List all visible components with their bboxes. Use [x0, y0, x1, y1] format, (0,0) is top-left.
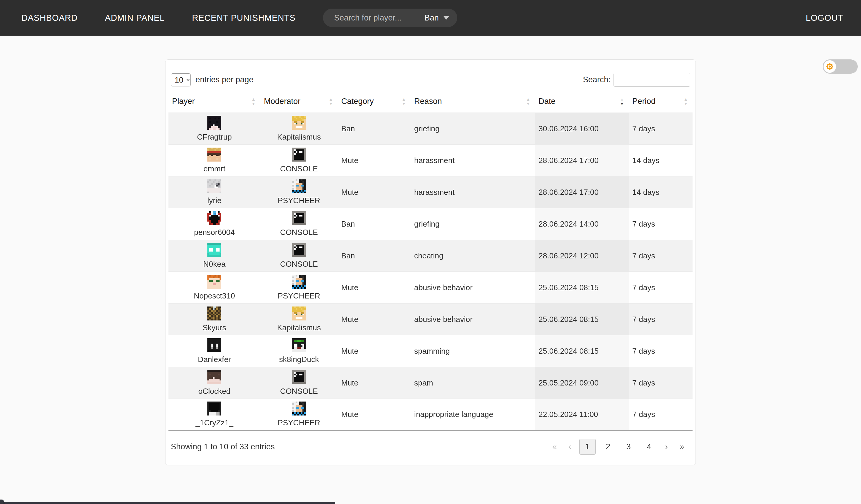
- player-cell[interactable]: Danlexfer: [172, 338, 257, 364]
- period-cell: 7 days: [629, 272, 693, 304]
- period-cell: 7 days: [629, 335, 693, 367]
- table-footer: Showing 1 to 10 of 33 entries « ‹ 1234 ›…: [168, 431, 693, 465]
- player-name: N0kea: [203, 260, 226, 269]
- moderator-cell[interactable]: PSYCHEER: [264, 402, 334, 428]
- category-cell: Mute: [338, 335, 411, 367]
- sun-icon: [825, 62, 835, 71]
- player-cell[interactable]: _1CryZz1_: [172, 402, 257, 428]
- sort-desc-icon: ▼: [329, 101, 333, 106]
- player-cell[interactable]: Skyurs: [172, 307, 257, 332]
- sort-desc-icon: ▼: [684, 101, 688, 106]
- table-row: lyrie PSYCHEER Mute harassment 28.06.202…: [168, 177, 693, 208]
- moderator-avatar: [292, 179, 306, 193]
- reason-cell: inappropriate language: [411, 399, 535, 431]
- sort-asc-icon: ▲: [526, 97, 530, 101]
- moderator-cell[interactable]: PSYCHEER: [264, 275, 334, 300]
- moderator-cell[interactable]: CONSOLE: [264, 243, 334, 269]
- period-cell: 7 days: [629, 208, 693, 240]
- player-cell[interactable]: oClocked: [172, 370, 257, 396]
- pagination-page-3[interactable]: 3: [620, 439, 637, 455]
- nav-link-admin-panel[interactable]: ADMIN PANEL: [105, 13, 165, 23]
- entries-per-page-select[interactable]: 10: [171, 73, 191, 86]
- punishments-table: Player▲▼Moderator▲▼Category▲▼Reason▲▼Dat…: [168, 94, 693, 431]
- column-header-date[interactable]: Date▲▼: [535, 94, 629, 113]
- sort-asc-icon: ▲: [402, 97, 406, 101]
- column-label: Player: [172, 97, 195, 106]
- moderator-cell[interactable]: CONSOLE: [264, 148, 334, 173]
- sort-icons: ▲▼: [620, 97, 624, 106]
- reason-cell: griefing: [411, 208, 535, 240]
- category-cell: Ban: [338, 113, 411, 145]
- moderator-avatar: [292, 338, 306, 352]
- moderator-name: CONSOLE: [280, 164, 318, 173]
- sort-icons: ▲▼: [251, 97, 256, 106]
- moderator-cell[interactable]: sk8ingDuck: [264, 338, 334, 364]
- table-row: Skyurs Kapitalismus Mute abusive behavio…: [168, 304, 693, 335]
- sort-asc-icon: ▲: [329, 97, 333, 101]
- column-header-player[interactable]: Player▲▼: [168, 94, 260, 113]
- player-cell[interactable]: N0kea: [172, 243, 257, 269]
- player-avatar: [207, 243, 221, 257]
- date-cell: 28.06.2024 14:00: [535, 208, 629, 240]
- player-name: oClocked: [198, 387, 230, 396]
- period-cell: 14 days: [629, 177, 693, 208]
- category-cell: Mute: [338, 367, 411, 399]
- table-header-row: Player▲▼Moderator▲▼Category▲▼Reason▲▼Dat…: [168, 94, 693, 113]
- column-label: Period: [632, 97, 655, 106]
- reason-cell: abusive behavior: [411, 272, 535, 304]
- table-row: N0kea CONSOLE Ban cheating 28.06.2024 12…: [168, 240, 693, 272]
- player-avatar: [207, 307, 221, 320]
- player-cell[interactable]: lyrie: [172, 179, 257, 205]
- period-cell: 7 days: [629, 399, 693, 431]
- theme-toggle[interactable]: [823, 59, 858, 74]
- column-header-category[interactable]: Category▲▼: [338, 94, 411, 113]
- column-header-reason[interactable]: Reason▲▼: [411, 94, 535, 113]
- sort-desc-icon: ▼: [620, 101, 624, 106]
- column-label: Date: [539, 97, 556, 106]
- column-header-period[interactable]: Period▲▼: [629, 94, 693, 113]
- table-row: oClocked CONSOLE Mute spam 25.05.2024 09…: [168, 367, 693, 399]
- reason-cell: spamming: [411, 335, 535, 367]
- moderator-cell[interactable]: CONSOLE: [264, 370, 334, 396]
- player-search-input[interactable]: [334, 13, 419, 23]
- punishment-type-dropdown[interactable]: Ban: [419, 13, 449, 23]
- moderator-cell[interactable]: Kapitalismus: [264, 307, 334, 332]
- nav-link-dashboard[interactable]: DASHBOARD: [22, 13, 78, 23]
- player-avatar: [207, 116, 221, 130]
- sort-desc-icon: ▼: [402, 101, 406, 106]
- column-header-moderator[interactable]: Moderator▲▼: [260, 94, 338, 113]
- sort-asc-icon: ▲: [684, 97, 688, 101]
- player-avatar: [207, 148, 221, 162]
- player-cell[interactable]: emmrt: [172, 148, 257, 173]
- table-search-input[interactable]: [614, 73, 690, 87]
- pagination-next-button[interactable]: ›: [659, 439, 674, 455]
- nav-link-recent-punishments[interactable]: RECENT PUNISHMENTS: [192, 13, 296, 23]
- moderator-cell[interactable]: Kapitalismus: [264, 116, 334, 142]
- logout-button[interactable]: LOGOUT: [806, 13, 843, 23]
- theme-toggle-knob: [823, 60, 836, 73]
- moderator-name: Kapitalismus: [277, 132, 321, 142]
- period-cell: 7 days: [629, 367, 693, 399]
- pagination-page-2[interactable]: 2: [600, 439, 616, 455]
- moderator-cell[interactable]: PSYCHEER: [264, 179, 334, 205]
- moderator-name: PSYCHEER: [278, 418, 320, 428]
- reason-cell: harassment: [411, 177, 535, 208]
- pagination-page-4[interactable]: 4: [641, 439, 657, 455]
- page-bottom-bar: [4, 502, 335, 504]
- pagination-last-button[interactable]: »: [674, 439, 690, 455]
- pagination-page-1[interactable]: 1: [579, 439, 596, 455]
- pagination-prev-button[interactable]: ‹: [563, 439, 577, 455]
- player-cell[interactable]: pensor6004: [172, 211, 257, 237]
- moderator-name: Kapitalismus: [277, 323, 321, 332]
- moderator-name: CONSOLE: [280, 228, 318, 237]
- reason-cell: griefing: [411, 113, 535, 145]
- category-cell: Mute: [338, 272, 411, 304]
- pagination-first-button[interactable]: «: [546, 439, 563, 455]
- moderator-name: sk8ingDuck: [279, 355, 319, 364]
- moderator-avatar: [292, 307, 306, 320]
- player-cell[interactable]: Nopesct310: [172, 275, 257, 300]
- date-cell: 28.06.2024 17:00: [535, 177, 629, 208]
- moderator-cell[interactable]: CONSOLE: [264, 211, 334, 237]
- player-cell[interactable]: CFragtrup: [172, 116, 257, 142]
- table-body: CFragtrup Kapitalismus Ban griefing 30.0…: [168, 113, 693, 431]
